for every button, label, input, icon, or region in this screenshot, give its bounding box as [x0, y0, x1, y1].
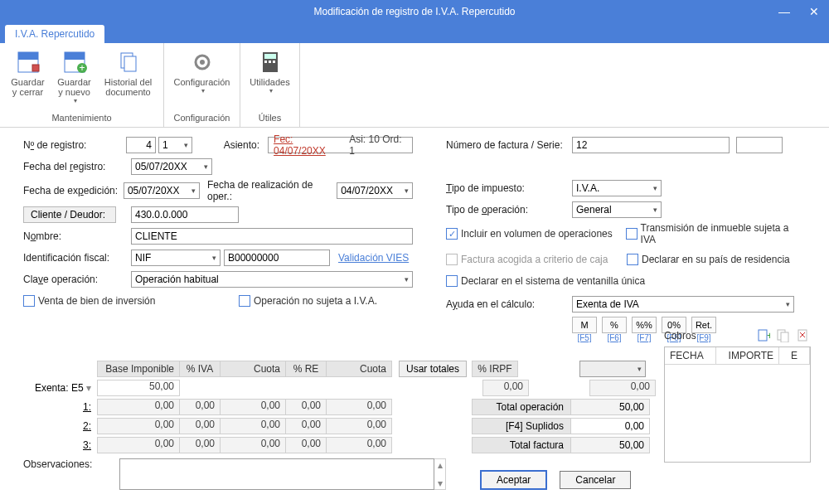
close-button[interactable]: ✕ — [799, 0, 829, 23]
col-base-imponible: Base Imponible — [97, 361, 180, 377]
nombre-input[interactable] — [131, 228, 413, 245]
help-m-button[interactable]: M — [572, 317, 597, 333]
col-pirpf: % IRPF — [472, 361, 518, 377]
help-pctpct-button[interactable]: %% — [632, 317, 657, 333]
r3-cuota2[interactable]: 0,00 — [326, 437, 392, 453]
ventanilla-unica-checkbox[interactable]: Declarar en el sistema de ventanilla úni… — [446, 275, 645, 287]
usar-totales-button[interactable]: Usar totales — [399, 361, 467, 377]
gear-icon — [189, 49, 216, 75]
exenta-base-input[interactable]: 50,00 — [97, 380, 180, 396]
cobros-col-e[interactable]: E — [779, 347, 810, 365]
svg-rect-12 — [264, 54, 276, 59]
floppy-green-icon: + — [61, 49, 88, 75]
r2-base[interactable]: 0,00 — [97, 418, 180, 434]
col-cuota-iva: Cuota — [220, 361, 286, 377]
cobros-col-fecha[interactable]: FECHA — [665, 347, 716, 365]
total-operacion-label: Total operación — [472, 399, 571, 415]
fecha-registro-input[interactable]: 05/07/20XX▾ — [131, 158, 212, 175]
nregistro-select[interactable]: 1▾ — [158, 137, 192, 153]
r2-pre[interactable]: 0,00 — [285, 418, 327, 434]
tab-iva-repercutido[interactable]: I.V.A. Repercutido — [5, 25, 104, 43]
operacion-no-sujeta-checkbox[interactable]: Operación no sujeta a I.V.A. — [239, 295, 377, 307]
ribbon-group-configuracion: Configuración — [174, 113, 230, 124]
chevron-down-icon: ▾ — [268, 87, 273, 94]
observaciones-label: Observaciones: — [23, 458, 119, 470]
r3-cuota[interactable]: 0,00 — [220, 437, 286, 453]
fecha-realizacion-label: Fecha de realización de oper.: — [207, 179, 337, 202]
idfis-tipo-select[interactable]: NIF▾ — [131, 250, 221, 266]
cobros-title: Cobros — [664, 330, 696, 342]
minimize-button[interactable]: — — [769, 0, 799, 23]
idfis-num-input[interactable] — [224, 250, 330, 266]
clave-operacion-label: Clave operación: — [23, 274, 131, 285]
title-bar: Modificación de registro de I.V.A. Reper… — [0, 0, 829, 23]
copy-document-icon[interactable] — [776, 328, 791, 343]
tipo-operacion-select[interactable]: General▾ — [572, 201, 662, 218]
svg-rect-13 — [264, 61, 267, 63]
fecha-expedicion-input[interactable]: 05/07/20XX▾ — [124, 182, 200, 199]
add-document-icon[interactable]: + — [756, 328, 771, 343]
cancelar-button[interactable]: Cancelar — [560, 471, 631, 489]
help-pct-button[interactable]: % — [602, 317, 627, 333]
r2-cuota2[interactable]: 0,00 — [326, 418, 392, 434]
criterio-caja-checkbox: Factura acogida a criterio de caja — [446, 254, 627, 265]
asiento-label: Asiento: — [224, 139, 268, 151]
delete-document-icon[interactable] — [796, 328, 811, 343]
r1-cuota2[interactable]: 0,00 — [326, 399, 392, 415]
configuration-button[interactable]: Configuración ▾ — [172, 46, 233, 113]
chevron-down-icon: ▾ — [72, 97, 77, 104]
floppy-red-icon — [15, 49, 41, 75]
scrollbar[interactable]: ▴▾ — [434, 458, 446, 490]
asiento-value[interactable]: Fec: 04/07/20XXAsi: 10 Ord: 1 — [268, 137, 413, 153]
clave-operacion-select[interactable]: Operación habitual▾ — [131, 271, 413, 288]
document-history-button[interactable]: Historial del documento — [98, 46, 159, 113]
cliente-deudor-button[interactable]: Cliente / Deudor: — [23, 206, 116, 223]
exenta-label: Exenta: E5 ▾ — [23, 382, 98, 394]
aceptar-button[interactable]: Aceptar — [481, 471, 546, 489]
r3-base[interactable]: 0,00 — [97, 437, 180, 453]
suplidos-value[interactable]: 0,00 — [570, 418, 650, 434]
fecha-registro-label: Fecha del registro: — [23, 161, 131, 172]
r3-pre[interactable]: 0,00 — [285, 437, 327, 453]
r1-base[interactable]: 0,00 — [97, 399, 180, 415]
r1-pre[interactable]: 0,00 — [285, 399, 327, 415]
validacion-vies-link[interactable]: Validación VIES — [338, 252, 409, 264]
transmision-inmueble-checkbox[interactable]: Transmisión de inmueble sujeta a IVA — [626, 222, 806, 245]
cobros-col-importe[interactable]: IMPORTE — [716, 347, 779, 365]
svg-rect-1 — [18, 52, 38, 60]
svg-rect-16 — [759, 330, 767, 341]
total-factura-value: 50,00 — [570, 437, 650, 453]
chevron-down-icon: ▾ — [200, 87, 205, 94]
ayuda-calculo-select[interactable]: Exenta de IVA▾ — [572, 296, 794, 313]
exenta-pirpf: 0,00 — [482, 380, 529, 396]
fecha-realizacion-input[interactable]: 04/07/20XX▾ — [337, 182, 413, 199]
r1-cuota[interactable]: 0,00 — [220, 399, 286, 415]
svg-rect-4 — [65, 52, 85, 60]
declarar-pais-checkbox[interactable]: Declarar en su país de residencia — [627, 254, 790, 265]
venta-bien-inversion-checkbox[interactable]: Venta de bien de inversión — [23, 295, 239, 307]
svg-text:+: + — [767, 330, 770, 342]
numero-factura-label: Número de factura / Serie: — [446, 139, 572, 151]
tipo-impuesto-label: Tipo de impuesto: — [446, 182, 572, 194]
row3-label: 3: — [23, 439, 98, 451]
tab-bar: I.V.A. Repercutido — [0, 23, 829, 43]
r2-cuota[interactable]: 0,00 — [220, 418, 286, 434]
exenta-ret: 0,00 — [589, 380, 656, 396]
r2-piva[interactable]: 0,00 — [179, 418, 221, 434]
save-and-close-button[interactable]: Guardar y cerrar — [5, 46, 51, 113]
nregistro-input-1[interactable] — [126, 137, 156, 153]
incluir-volumen-checkbox[interactable]: ✓Incluir en volumen de operaciones — [446, 228, 626, 240]
numero-factura-input[interactable] — [572, 137, 730, 153]
svg-text:+: + — [79, 62, 85, 74]
tipo-impuesto-select[interactable]: I.V.A.▾ — [572, 180, 662, 196]
r1-piva[interactable]: 0,00 — [179, 399, 221, 415]
serie-input[interactable] — [736, 137, 783, 153]
r3-piva[interactable]: 0,00 — [179, 437, 221, 453]
calculator-icon — [257, 49, 284, 75]
col-piva: % IVA — [179, 361, 221, 377]
observaciones-textarea[interactable] — [119, 458, 434, 490]
utilities-button[interactable]: Utilidades ▾ — [247, 46, 293, 113]
save-and-new-button[interactable]: + Guardar y nuevo ▾ — [51, 46, 98, 113]
cliente-input[interactable] — [131, 206, 239, 223]
ret-type-select[interactable]: ▾ — [579, 361, 646, 377]
